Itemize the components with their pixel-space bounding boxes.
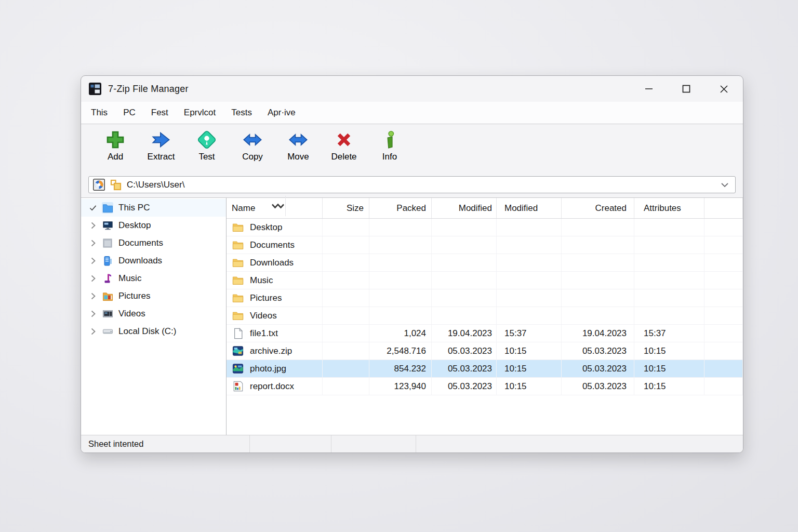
cell-packed: 2,548.716 bbox=[369, 342, 432, 360]
column-header-modified-2[interactable]: Modified bbox=[497, 198, 562, 218]
downloads-icon bbox=[102, 255, 113, 267]
cell-modified-2 bbox=[497, 219, 562, 236]
column-header-attributes[interactable]: Attributes bbox=[634, 198, 704, 218]
menu-item-pc[interactable]: PC bbox=[115, 102, 143, 124]
cell-size bbox=[323, 360, 369, 377]
cell-packed bbox=[369, 307, 432, 324]
cell-packed bbox=[369, 254, 432, 271]
status-segment bbox=[331, 435, 416, 453]
file-list-panel: Name Size Packed Modified Modified Creat… bbox=[227, 198, 743, 435]
status-segment bbox=[416, 435, 743, 453]
tree-item-label: Music bbox=[118, 273, 141, 284]
tree-item-pictures[interactable]: Pictures bbox=[81, 287, 226, 305]
cell-attributes: 10:15 bbox=[634, 378, 704, 395]
chevron-right-icon[interactable] bbox=[89, 328, 97, 335]
test-button[interactable]: Test bbox=[184, 129, 230, 162]
file-row-desktop[interactable]: Desktop bbox=[227, 219, 743, 236]
file-name: Documents bbox=[250, 240, 295, 250]
music-note-icon bbox=[102, 273, 113, 284]
folder-icon bbox=[232, 274, 244, 287]
file-name: Desktop bbox=[250, 222, 282, 233]
address-dropdown-button[interactable] bbox=[719, 182, 731, 188]
column-header-packed[interactable]: Packed bbox=[369, 198, 432, 218]
address-path[interactable]: C:\Users\User\ bbox=[127, 180, 184, 190]
minimize-button[interactable] bbox=[637, 80, 661, 98]
cell-modified bbox=[432, 254, 497, 271]
folder-icon bbox=[232, 221, 244, 234]
chevron-right-icon[interactable] bbox=[89, 257, 97, 264]
move-label: Move bbox=[287, 152, 309, 162]
tree-item-label: Local Disk (C:) bbox=[118, 326, 176, 337]
chevron-right-icon[interactable] bbox=[89, 240, 97, 247]
extract-button[interactable]: Extract bbox=[138, 129, 184, 162]
menu-item-this[interactable]: This bbox=[83, 102, 115, 124]
chevron-right-icon[interactable] bbox=[89, 275, 97, 282]
tree-item-downloads[interactable]: Downloads bbox=[81, 252, 226, 270]
add-plus-icon bbox=[105, 129, 126, 150]
tree-item-documents[interactable]: Documents bbox=[81, 234, 226, 252]
cell-modified bbox=[432, 289, 497, 307]
chevron-right-icon[interactable] bbox=[89, 292, 97, 300]
tree-item-label: This PC bbox=[118, 203, 150, 213]
folder-tree: This PC Desktop bbox=[81, 198, 227, 435]
root-folder-icon bbox=[110, 179, 122, 191]
tree-item-local-disk-c[interactable]: Local Disk (C:) bbox=[81, 323, 226, 340]
cell-attributes bbox=[634, 254, 704, 271]
minimize-icon bbox=[645, 85, 653, 93]
menu-item-aprive[interactable]: Apr·ive bbox=[260, 102, 303, 124]
column-header-created[interactable]: Created bbox=[562, 198, 634, 218]
cell-created: 05.03.2023 bbox=[562, 378, 634, 395]
tree-item-label: Pictures bbox=[118, 291, 150, 301]
cell-created: 05.03.2023 bbox=[562, 360, 634, 377]
file-row-pictures[interactable]: Pictures bbox=[227, 289, 743, 307]
cell-attributes: 15:37 bbox=[634, 325, 704, 342]
maximize-button[interactable] bbox=[674, 80, 698, 98]
tree-item-label: Downloads bbox=[118, 256, 162, 266]
info-button[interactable]: Info bbox=[367, 129, 413, 162]
address-bar[interactable]: C:\Users\User\ bbox=[88, 176, 736, 193]
cell-packed: 854.232 bbox=[369, 360, 432, 377]
delete-button[interactable]: Delete bbox=[321, 129, 367, 162]
file-row-file1-txt[interactable]: file1.txt 1,024 19.04.2023 15:37 19.04.2… bbox=[227, 325, 743, 342]
file-row-documents[interactable]: Documents bbox=[227, 236, 743, 254]
cell-size bbox=[323, 289, 369, 307]
cell-size bbox=[323, 307, 369, 324]
chevron-right-icon[interactable] bbox=[89, 310, 97, 317]
cell-created bbox=[562, 289, 634, 307]
tree-item-label: Videos bbox=[118, 309, 145, 319]
file-row-photo-jpg-selected[interactable]: photo.jpg 854.232 05.03.2023 10:15 05.03… bbox=[227, 360, 743, 378]
copy-arrow-icon bbox=[242, 129, 263, 150]
close-button[interactable] bbox=[712, 80, 736, 98]
this-pc-folder-icon bbox=[102, 202, 113, 214]
file-row-report-docx[interactable]: report.docx 123,940 05.03.2023 10:15 05.… bbox=[227, 378, 743, 395]
documents-folder-icon bbox=[102, 237, 113, 249]
status-bar: Sheet intented bbox=[81, 435, 743, 453]
menu-item-eprvlcot[interactable]: Eprvlcot bbox=[176, 102, 223, 124]
tree-item-desktop[interactable]: Desktop bbox=[81, 217, 226, 234]
column-header-size[interactable]: Size bbox=[323, 198, 369, 218]
delete-label: Delete bbox=[331, 152, 356, 162]
tree-item-this-pc[interactable]: This PC bbox=[81, 199, 226, 217]
tree-item-label: Documents bbox=[118, 238, 163, 248]
status-segment bbox=[250, 435, 331, 453]
move-button[interactable]: Move bbox=[275, 129, 321, 162]
doc-file-icon bbox=[232, 380, 244, 393]
window-title: 7-Zip File Manager bbox=[108, 84, 189, 95]
tree-item-music[interactable]: Music bbox=[81, 270, 226, 287]
cell-size bbox=[323, 342, 369, 360]
file-row-videos[interactable]: Videos bbox=[227, 307, 743, 325]
cell-modified bbox=[432, 219, 497, 236]
menu-item-tests[interactable]: Tests bbox=[223, 102, 260, 124]
cell-modified: 05.03.2023 bbox=[432, 378, 497, 395]
cell-size bbox=[323, 236, 369, 254]
chevron-right-icon[interactable] bbox=[89, 222, 97, 229]
tree-item-videos[interactable]: Videos bbox=[81, 305, 226, 323]
add-button[interactable]: Add bbox=[92, 129, 138, 162]
extract-label: Extract bbox=[148, 152, 175, 162]
file-row-downloads[interactable]: Downloads bbox=[227, 254, 743, 272]
file-row-archive-zip[interactable]: archive.zip 2,548.716 05.03.2023 10:15 0… bbox=[227, 342, 743, 360]
file-row-music[interactable]: Music bbox=[227, 272, 743, 289]
column-header-modified[interactable]: Modified bbox=[432, 198, 497, 218]
copy-button[interactable]: Copy bbox=[230, 129, 275, 162]
menu-item-fest[interactable]: Fest bbox=[143, 102, 176, 124]
